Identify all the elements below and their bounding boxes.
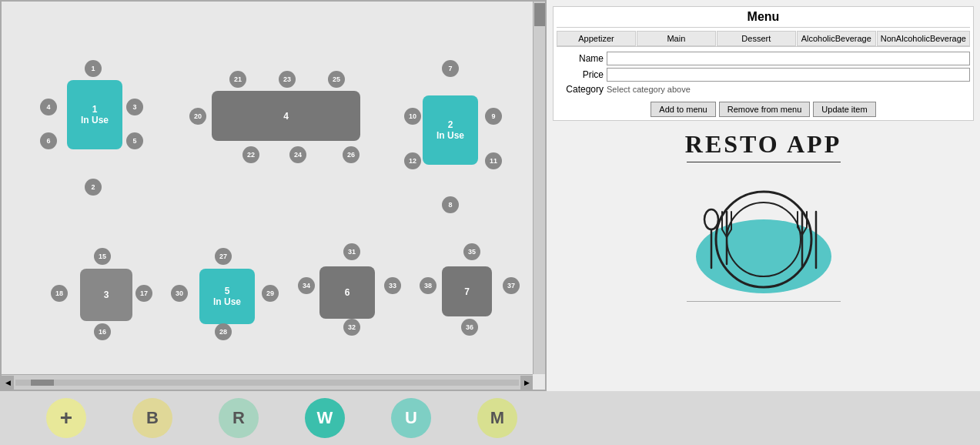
seat-8[interactable]: 8 — [442, 196, 459, 213]
seat-2[interactable]: 2 — [85, 179, 102, 196]
scrollbar-thumb-vertical[interactable] — [534, 3, 545, 26]
price-input[interactable] — [607, 68, 970, 82]
scrollbar-track-horizontal — [15, 380, 519, 386]
seat-30[interactable]: 30 — [171, 285, 188, 302]
seat-27[interactable]: 27 — [215, 248, 232, 265]
menu-title: Menu — [557, 10, 970, 28]
tab-alcoholic[interactable]: AlcoholicBeverage — [797, 31, 876, 46]
floor-map[interactable]: ◀ ▶ 1 In Use 2 In Use 3 4 5 In Use — [0, 0, 547, 391]
add-to-menu-button[interactable]: Add to menu — [651, 102, 715, 117]
logo-area: RESTO APP — [553, 130, 974, 302]
table-1[interactable]: 1 In Use — [67, 80, 122, 149]
seat-11[interactable]: 11 — [485, 152, 502, 169]
seat-7[interactable]: 7 — [442, 60, 459, 77]
seat-15[interactable]: 15 — [94, 248, 111, 265]
table-2[interactable]: 2 In Use — [423, 95, 478, 165]
scroll-right-arrow[interactable]: ▶ — [520, 376, 533, 390]
right-panel: Menu Appetizer Main Dessert AlcoholicBev… — [547, 0, 980, 391]
seat-20[interactable]: 20 — [189, 108, 206, 125]
seat-21[interactable]: 21 — [229, 71, 246, 88]
tab-dessert[interactable]: Dessert — [717, 31, 796, 46]
category-row: Category Select category above — [557, 84, 970, 95]
waiter-button[interactable]: W — [305, 398, 345, 438]
menu-tabs: Appetizer Main Dessert AlcoholicBeverage… — [557, 31, 970, 47]
seat-1[interactable]: 1 — [85, 60, 102, 77]
use-button[interactable]: U — [391, 398, 431, 438]
menu-form: Name Price Category Select category abov… — [557, 50, 970, 99]
category-value: Select category above — [607, 85, 970, 94]
name-label: Name — [557, 53, 607, 64]
remove-from-menu-button[interactable]: Remove from menu — [719, 102, 811, 117]
seat-5[interactable]: 5 — [126, 132, 143, 149]
tab-main[interactable]: Main — [637, 31, 716, 46]
menu-button[interactable]: M — [477, 398, 517, 438]
seat-4[interactable]: 4 — [40, 99, 57, 115]
seat-3[interactable]: 3 — [126, 99, 143, 115]
seat-36[interactable]: 36 — [461, 319, 478, 336]
menu-buttons: Add to menu Remove from menu Update item — [557, 102, 970, 117]
tab-nonalcoholic[interactable]: NonAlcoholicBeverage — [877, 31, 970, 46]
bottom-divider — [687, 301, 841, 302]
menu-section: Menu Appetizer Main Dessert AlcoholicBev… — [553, 6, 974, 121]
seat-33[interactable]: 33 — [384, 277, 401, 294]
seat-12[interactable]: 12 — [404, 152, 421, 169]
vertical-scrollbar[interactable] — [533, 2, 545, 374]
seat-26[interactable]: 26 — [343, 146, 360, 163]
seat-32[interactable]: 32 — [343, 319, 360, 336]
plate-illustration — [694, 172, 833, 295]
name-input[interactable] — [607, 52, 970, 65]
seat-38[interactable]: 38 — [420, 277, 436, 294]
table-6[interactable]: 6 — [319, 266, 375, 319]
table-4[interactable]: 4 — [212, 91, 360, 141]
scroll-left-arrow[interactable]: ◀ — [2, 376, 14, 390]
seat-9[interactable]: 9 — [485, 108, 502, 125]
bottom-toolbar: + B R W U M — [0, 391, 980, 445]
category-label: Category — [557, 84, 607, 95]
seat-28[interactable]: 28 — [215, 323, 232, 340]
horizontal-scrollbar[interactable]: ◀ ▶ — [2, 374, 533, 390]
seat-22[interactable]: 22 — [242, 146, 259, 163]
seat-35[interactable]: 35 — [463, 243, 480, 260]
price-row: Price — [557, 68, 970, 82]
add-button[interactable]: + — [46, 398, 86, 438]
app-name: RESTO APP — [685, 130, 841, 159]
price-label: Price — [557, 69, 607, 80]
svg-point-8 — [704, 209, 718, 229]
book-button[interactable]: B — [132, 398, 172, 438]
seat-10[interactable]: 10 — [404, 108, 421, 125]
table-5[interactable]: 5 In Use — [199, 269, 255, 324]
seat-23[interactable]: 23 — [279, 71, 296, 88]
seat-6[interactable]: 6 — [40, 132, 57, 149]
seat-25[interactable]: 25 — [328, 71, 345, 88]
name-row: Name — [557, 52, 970, 65]
seat-34[interactable]: 34 — [298, 277, 315, 294]
seat-37[interactable]: 37 — [503, 277, 520, 294]
seat-16[interactable]: 16 — [94, 323, 111, 340]
seat-24[interactable]: 24 — [289, 146, 306, 163]
scrollbar-thumb-horizontal[interactable] — [31, 380, 54, 386]
update-item-button[interactable]: Update item — [813, 102, 875, 117]
table-3[interactable]: 3 — [80, 269, 132, 321]
seat-29[interactable]: 29 — [262, 285, 279, 302]
table-7[interactable]: 7 — [442, 266, 492, 316]
seat-17[interactable]: 17 — [135, 285, 152, 302]
plate-svg — [694, 172, 833, 295]
reserve-button[interactable]: R — [219, 398, 259, 438]
seat-18[interactable]: 18 — [51, 285, 68, 302]
seat-31[interactable]: 31 — [343, 243, 360, 260]
tab-appetizer[interactable]: Appetizer — [557, 31, 636, 46]
logo-underline — [687, 162, 841, 162]
